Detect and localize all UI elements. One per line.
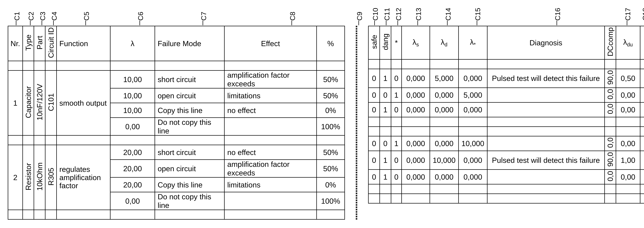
cell-part: 10kOhm (34, 145, 45, 210)
col-tag-c6: C6 (136, 12, 144, 20)
cell-circuit: R305 (45, 145, 56, 210)
hdr-star: * (391, 26, 402, 60)
hdr-function: Function (56, 26, 110, 61)
col-tag-c16: C16 (554, 8, 562, 20)
hdr-lambda-star: λ* (458, 26, 487, 60)
table-row: 0 1 0 0,000 10,000 0,000 Pulsed test wil… (368, 151, 644, 170)
cell-nr: 1 (8, 70, 23, 136)
cell-circuit: C101 (45, 70, 56, 136)
hdr-dccomp: DCcomp (604, 26, 616, 60)
hdr-dang: dang (380, 26, 391, 60)
table-row: 0 0 1 0,000 0,000 5,000 0,0 0,00 0,00 (368, 88, 644, 102)
hdr-lambda: λ (110, 26, 155, 61)
fmea-table-right: safe dang * λs λd λ* Diagnosis DCcomp λd… (368, 26, 644, 204)
right-column-tags: C10 C11 C12 C13 C14 C15 C16 C17 C18 C19 (368, 8, 644, 26)
col-tag-c1: C1 (13, 12, 21, 20)
table-row: 2 Resistor 10kOhm R305 regulates amplifi… (8, 145, 345, 160)
cell-function: smooth output (56, 70, 110, 136)
cell-pct: 50% (316, 70, 345, 88)
col-tag-c11: C11 (383, 8, 391, 20)
col-tag-c17: C17 (624, 8, 632, 20)
fmea-table-left: Nr. Type Part Circuit ID Function λ Fail… (8, 26, 345, 220)
col-tag-c8: C8 (288, 12, 296, 20)
left-column-tags: C1 C2 C3 C4 C5 C6 C7 C8 C9 (8, 8, 345, 26)
hdr-nr: Nr. (8, 26, 23, 61)
hdr-effect: Effect (224, 26, 316, 61)
hdr-lambda-s: λs (402, 26, 430, 60)
cell-type: Capacitor (23, 70, 34, 136)
col-tag-c13: C13 (414, 8, 422, 20)
cell-lambda: 10,00 (110, 70, 155, 88)
left-table-container: C1 C2 C3 C4 C5 C6 C7 C8 C9 Nr. Type Part… (8, 8, 345, 220)
hdr-lambda-dd: λdd (640, 26, 644, 60)
col-tag-c3: C3 (39, 12, 47, 20)
cell-part: 10nF/120V (34, 70, 45, 136)
table-row: 0 0 1 0,000 0,000 10,000 0,0 0,00 0,00 (368, 136, 644, 151)
table-break-line (356, 26, 357, 220)
cell-function: regulates amplification factor (56, 145, 110, 210)
hdr-safe: safe (368, 26, 380, 60)
col-tag-c14: C14 (444, 8, 452, 20)
cell-nr: 2 (8, 145, 23, 210)
hdr-lambda-d: λd (430, 26, 458, 60)
hdr-lambda-du: λdu (616, 26, 640, 60)
col-tag-c9: C9 (356, 12, 364, 20)
right-table-container: C10 C11 C12 C13 C14 C15 C16 C17 C18 C19 … (368, 8, 644, 220)
table-row: 0 1 0 0,000 0,000 0,000 0,0 0,00 0,00 (368, 170, 644, 184)
col-tag-c18: C18 (641, 8, 644, 20)
col-tag-c10: C10 (371, 8, 379, 20)
hdr-failure-mode: Failure Mode (155, 26, 224, 61)
col-tag-c4: C4 (50, 12, 58, 20)
table-row: 0 1 0 0,000 5,000 0,000 Pulsed test will… (368, 69, 644, 88)
hdr-circuit: Circuit ID (45, 26, 56, 61)
hdr-percent: % (316, 26, 345, 61)
table-row: 0 1 0 0,000 0,000 0,000 0,0 0,00 0,00 (368, 102, 644, 117)
table-row: 1 Capacitor 10nF/120V C101 smooth output… (8, 70, 345, 88)
hdr-type: Type (23, 26, 34, 61)
cell-fmode: short circuit (155, 70, 224, 88)
cell-type: Resistor (23, 145, 34, 210)
col-tag-c5: C5 (82, 12, 90, 20)
col-tag-c15: C15 (474, 8, 482, 20)
hdr-diagnosis: Diagnosis (487, 26, 604, 60)
col-tag-c7: C7 (200, 12, 208, 20)
col-tag-c12: C12 (394, 8, 402, 20)
hdr-part: Part (34, 26, 45, 61)
cell-effect: amplification factor exceeds (224, 70, 316, 88)
col-tag-c2: C2 (27, 12, 35, 20)
